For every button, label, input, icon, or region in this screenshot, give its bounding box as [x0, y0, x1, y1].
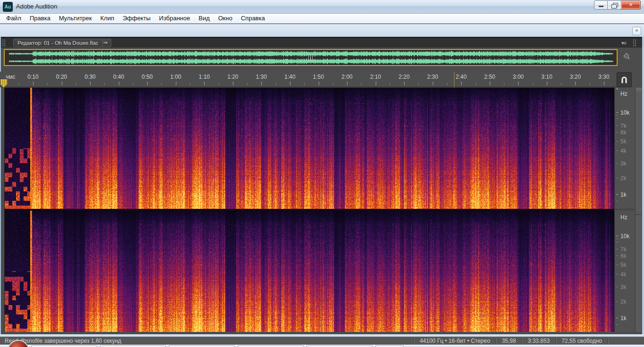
time-tick-label: 2:30: [427, 74, 438, 80]
panel-grip-icon[interactable]: [2, 39, 6, 47]
freq-label: 7k: [620, 246, 627, 253]
title-bar[interactable]: Au Adobe Audition ✕: [0, 0, 644, 14]
toolbar-close-button[interactable]: ✕: [632, 27, 641, 35]
time-tick-label: 0:50: [142, 74, 153, 80]
status-duration: 3:33.853: [522, 338, 555, 344]
time-tick-minor: [333, 83, 333, 85]
taskbar-button[interactable]: [375, 345, 404, 347]
freq-label: 10k: [620, 109, 629, 116]
menu-item-6[interactable]: Вид: [194, 14, 214, 23]
time-tick-major: [490, 82, 490, 85]
freq-tick: [616, 274, 618, 274]
menu-item-7[interactable]: Окно: [214, 14, 237, 23]
freq-label: 2k: [620, 298, 627, 305]
snap-button[interactable]: [617, 72, 632, 87]
close-button[interactable]: ✕: [621, 0, 641, 9]
time-tick-minor: [161, 83, 162, 85]
scroll-down-arrow-icon[interactable]: ▾: [616, 87, 618, 91]
audition-app-icon: Au: [3, 2, 13, 12]
time-tick-minor: [418, 83, 419, 85]
panel-grip-icon[interactable]: [633, 39, 636, 47]
time-tick-minor: [361, 83, 362, 85]
status-bar: Read dbsnofile завершено через 1,60 секу…: [0, 337, 644, 345]
restore-button[interactable]: [608, 0, 621, 9]
menu-item-0[interactable]: Файл: [2, 14, 25, 23]
close-icon: ✕: [628, 2, 633, 8]
freq-tick: [616, 318, 618, 318]
freq-label: Hz: [620, 91, 627, 97]
time-tick-minor: [276, 83, 276, 85]
time-tick-major: [518, 82, 519, 85]
window-title: Adobe Audition: [16, 0, 57, 13]
time-tick-minor: [219, 83, 219, 85]
time-tick-label: 1:50: [313, 74, 324, 80]
time-tick-label: 3:00: [513, 74, 524, 80]
timeline-ruler[interactable]: чмс 0:100:200:300:400:501:001:101:201:30…: [0, 72, 616, 87]
time-tick-major: [204, 82, 205, 85]
freq-label: 1k: [620, 315, 627, 322]
spectrogram-canvas[interactable]: [5, 88, 614, 332]
freq-tick: [616, 150, 618, 151]
freq-tick: [616, 112, 618, 113]
time-tick-major: [376, 82, 376, 85]
menu-item-5[interactable]: Избранное: [155, 14, 194, 23]
freq-label: 3k: [620, 284, 627, 290]
panel-menu-icon[interactable]: ▾≡: [621, 40, 626, 46]
freq-tick: [616, 324, 618, 325]
freq-tick: [616, 125, 618, 126]
frequency-ruler-channel-1[interactable]: Hz10k7k6k5k4k3k2k1k: [614, 88, 635, 209]
time-tick-minor: [190, 83, 190, 85]
waveform-overview[interactable]: [4, 49, 618, 66]
status-format-info: 44100 Гц • 16-бит • Стерео: [414, 338, 495, 344]
window-controls: ✕: [594, 0, 641, 9]
taskbar-button[interactable]: [306, 345, 372, 347]
range-handle-right[interactable]: [612, 50, 617, 65]
window-border-right: [642, 37, 644, 337]
time-tick-major: [119, 82, 119, 85]
freq-tick: [616, 194, 618, 195]
tab-editor-label: Редактор: 01 - Oh Ma Douee.flac: [14, 39, 102, 47]
menu-bar: ФайлПравкаМультитрекКлипЭффектыИзбранное…: [0, 14, 644, 24]
freq-label: 5k: [620, 138, 627, 145]
time-tick-major: [547, 82, 547, 85]
time-tick-minor: [561, 83, 561, 85]
frequency-ruler-channel-2[interactable]: Hz10k7k6k5k4k3k2k1k: [614, 211, 635, 332]
panel-tab-bar: Редактор: 01 - Oh Ma Douee.flac ▼ ✕ ▾≡: [1, 38, 642, 48]
taskbar-button[interactable]: [100, 345, 166, 347]
status-file-size: 35,98: [496, 338, 521, 344]
zoom-navigator-icon[interactable]: [621, 51, 633, 63]
time-tick-major: [147, 82, 148, 85]
freq-tick: [616, 239, 618, 239]
range-handle-left[interactable]: [5, 50, 9, 65]
time-tick-major: [347, 82, 347, 85]
time-tick-major: [62, 82, 62, 85]
taskbar-button[interactable]: [31, 345, 97, 347]
menu-item-4[interactable]: Эффекты: [118, 14, 155, 23]
menu-item-3[interactable]: Клип: [96, 14, 118, 23]
menu-item-2[interactable]: Мультитрек: [55, 14, 96, 23]
freq-tick: [616, 141, 618, 141]
taskbar-button[interactable]: [238, 345, 304, 347]
vertical-scrollbar[interactable]: [635, 88, 642, 332]
tab-close-icon[interactable]: ✕: [103, 40, 107, 46]
time-tick-major: [461, 82, 462, 85]
freq-label: 7k: [620, 123, 627, 129]
time-tick-label: 2:00: [341, 74, 352, 80]
menu-item-1[interactable]: Правка: [25, 14, 55, 23]
time-tick-major: [176, 82, 176, 85]
time-tick-label: 0:10: [27, 74, 38, 80]
freq-label: Hz: [620, 214, 627, 221]
time-tick-minor: [447, 83, 447, 85]
freq-tick: [616, 249, 618, 249]
time-tick-minor: [590, 83, 590, 85]
freq-tick: [616, 236, 618, 236]
freq-label: 1k: [620, 191, 627, 198]
menu-item-8[interactable]: Справка: [237, 14, 269, 23]
freq-tick: [616, 118, 618, 119]
taskbar-button[interactable]: [169, 345, 235, 347]
time-unit-label: чмс: [6, 74, 16, 80]
pan-grip-icon[interactable]: [308, 54, 313, 61]
tab-editor[interactable]: Редактор: 01 - Oh Ma Douee.flac ▼: [13, 39, 111, 47]
time-tick-minor: [133, 83, 133, 85]
minimize-button[interactable]: [594, 0, 608, 9]
